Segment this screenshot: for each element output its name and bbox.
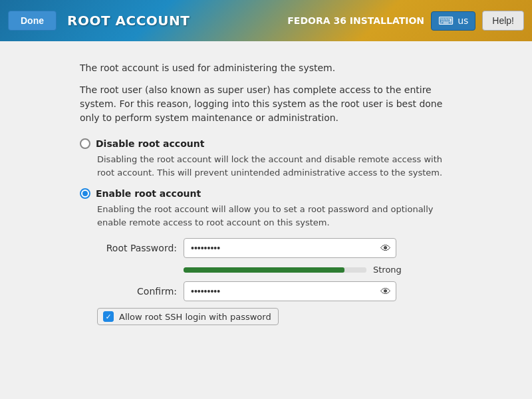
header: Done ROOT ACCOUNT FEDORA 36 INSTALLATION… xyxy=(0,0,532,41)
page-title: ROOT ACCOUNT xyxy=(67,13,190,29)
root-password-input-wrap: 👁 xyxy=(184,238,396,258)
root-password-eye-icon[interactable]: 👁 xyxy=(380,242,391,255)
ssh-checkbox-label: Allow root SSH login with password xyxy=(119,312,271,322)
password-section: Root Password: 👁 Strong Confirm: 👁 xyxy=(97,238,452,301)
confirm-input[interactable] xyxy=(184,281,396,301)
strength-row: Strong xyxy=(184,265,452,275)
strength-bar-fill xyxy=(184,267,344,273)
disable-radio-label[interactable]: Disable root account xyxy=(80,138,452,149)
enable-label-text: Enable root account xyxy=(96,188,201,199)
root-password-row: Root Password: 👁 xyxy=(97,238,452,258)
header-left: Done ROOT ACCOUNT xyxy=(8,11,190,31)
confirm-eye-icon[interactable]: 👁 xyxy=(380,285,391,298)
header-right: FEDORA 36 INSTALLATION ⌨ us Help! xyxy=(287,11,524,31)
keyboard-layout: us xyxy=(458,15,468,26)
ssh-checkbox[interactable] xyxy=(103,311,114,322)
strength-label: Strong xyxy=(373,265,402,275)
root-password-label: Root Password: xyxy=(97,243,177,253)
intro-text: The root account is used for administeri… xyxy=(80,61,452,125)
main-content: The root account is used for administeri… xyxy=(0,41,532,352)
disable-radio[interactable] xyxy=(80,138,90,149)
enable-description: Enabling the root account will allow you… xyxy=(97,203,452,229)
ssh-checkbox-border[interactable]: Allow root SSH login with password xyxy=(97,308,279,325)
intro-paragraph-1: The root account is used for administeri… xyxy=(80,61,452,75)
ssh-checkbox-row[interactable]: Allow root SSH login with password xyxy=(97,308,452,325)
confirm-row: Confirm: 👁 xyxy=(97,281,452,301)
done-button[interactable]: Done xyxy=(8,11,57,31)
confirm-label: Confirm: xyxy=(97,286,177,297)
help-button[interactable]: Help! xyxy=(482,11,524,31)
root-password-input[interactable] xyxy=(184,238,396,258)
disable-description: Disabling the root account will lock the… xyxy=(97,153,452,179)
enable-option-group: Enable root account Enabling the root ac… xyxy=(80,188,452,325)
confirm-input-wrap: 👁 xyxy=(184,281,396,301)
intro-paragraph-2: The root user (also known as super user)… xyxy=(80,83,452,125)
strength-bar xyxy=(184,267,366,273)
enable-radio-label[interactable]: Enable root account xyxy=(80,188,452,199)
keyboard-icon: ⌨ xyxy=(438,15,454,27)
keyboard-indicator[interactable]: ⌨ us xyxy=(431,11,475,31)
disable-option-group: Disable root account Disabling the root … xyxy=(80,138,452,179)
installation-title: FEDORA 36 INSTALLATION xyxy=(287,15,424,26)
disable-label-text: Disable root account xyxy=(96,138,204,149)
enable-radio[interactable] xyxy=(80,188,90,199)
